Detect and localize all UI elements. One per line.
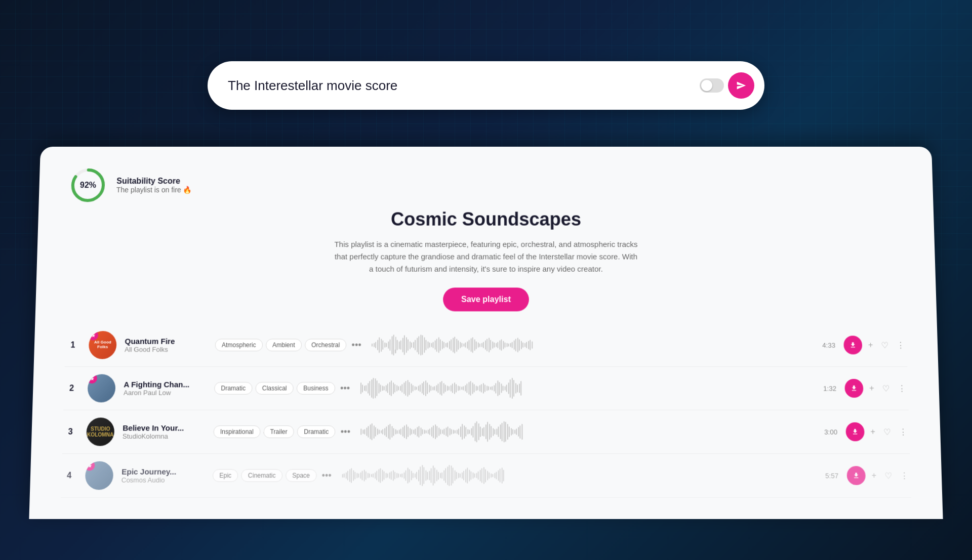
track-artist: Cosmos Audio [122,476,205,484]
playlist-title: Cosmic Soundscapes [170,208,801,230]
track-duration: 5:57 [820,471,838,480]
track-info: Quantum Fire All Good Folks [125,337,207,354]
waveform [360,419,815,445]
score-circle: 92% [69,167,107,203]
search-submit-button[interactable] [728,72,754,99]
score-info: Suitability Score The playlist is on fir… [116,177,192,194]
track-duration: 4:33 [817,341,835,349]
download-button[interactable] [846,466,866,485]
add-button[interactable]: + [869,468,878,482]
track-name: Believe In Your... [123,423,205,433]
like-button[interactable]: ♡ [880,381,892,396]
like-button[interactable]: ♡ [882,468,894,483]
track-list: 1 ★ All GoodFolks Quantum Fire All Good … [61,324,911,498]
track-item: 4 ★ Epic Journey... Cosmos Audio Epic Ci… [61,454,911,498]
track-tags: Dramatic Classical Business ••• [214,382,352,395]
track-actions: + ♡ ⋮ [843,336,907,355]
track-number: 1 [65,340,81,350]
more-options-button[interactable]: ⋮ [896,381,908,396]
track-tags: Epic Cinematic Space ••• [213,469,334,482]
download-button[interactable] [843,336,862,355]
score-label: Suitability Score [116,177,192,186]
download-button[interactable] [845,422,865,441]
track-item: 2 ★ A Fighting Chan... Aaron Paul Low Dr… [63,367,909,410]
tag: Atmospheric [215,339,263,352]
track-artist: StudioKolomna [123,433,206,441]
add-button[interactable]: + [866,338,875,352]
main-card: 92% Suitability Score The playlist is on… [29,147,943,519]
star-badge: ★ [87,374,97,384]
more-options-button[interactable]: ⋮ [897,425,909,439]
track-name: Epic Journey... [122,467,205,476]
track-actions: + ♡ ⋮ [844,379,908,398]
search-toggle[interactable] [700,78,724,93]
waveform [342,462,816,489]
waveform-area[interactable]: 4:33 [372,332,836,358]
more-tags-button[interactable]: ••• [338,382,352,395]
track-actions: + ♡ ⋮ [846,466,911,485]
track-tags: Inspirational Trailer Dramatic ••• [213,425,352,438]
more-tags-button[interactable]: ••• [319,469,334,482]
more-options-button[interactable]: ⋮ [898,468,911,483]
track-duration: 1:32 [818,384,836,392]
download-button[interactable] [844,379,864,398]
download-icon [850,384,858,392]
star-badge: ★ [85,461,95,471]
track-item: 1 ★ All GoodFolks Quantum Fire All Good … [65,324,908,367]
track-name: Quantum Fire [125,337,207,346]
track-actions: + ♡ ⋮ [845,422,910,441]
tag: Epic [213,469,238,482]
waveform [360,375,813,402]
tag: Space [286,469,317,482]
track-info: Epic Journey... Cosmos Audio [122,467,205,484]
save-playlist-button[interactable]: Save playlist [443,288,530,312]
track-info: Believe In Your... StudioKolomna [123,423,206,440]
playlist-description: This playlist is a cinematic masterpiece… [333,238,639,275]
add-button[interactable]: + [868,425,877,439]
star-badge: ★ [89,331,99,340]
track-duration: 3:00 [819,428,837,436]
search-input[interactable] [228,78,700,94]
waveform-area[interactable]: 1:32 [360,375,836,402]
search-actions [700,72,754,99]
waveform-area[interactable]: 3:00 [360,419,837,445]
waveform-area[interactable]: 5:57 [342,462,839,489]
score-number: 92% [80,181,97,190]
track-thumbnail: ★ All GoodFolks [89,331,117,359]
thumb-text: STUDIOKOLOMNA [87,426,114,438]
track-artist: Aaron Paul Low [124,389,206,397]
track-number: 4 [61,471,77,481]
tag: Business [297,382,335,395]
tag: Ambient [266,339,302,352]
tag: Inspirational [213,425,260,438]
track-thumbnail: ★ [85,461,114,490]
score-section: 92% Suitability Score The playlist is on… [69,167,903,203]
tag: Orchestral [305,339,347,352]
more-tags-button[interactable]: ••• [339,425,353,438]
more-tags-button[interactable]: ••• [349,339,363,352]
track-thumbnail: ★ [87,374,115,403]
download-icon [853,472,860,480]
download-icon [849,341,857,349]
search-bar [208,61,764,110]
playlist-header: Cosmic Soundscapes This playlist is a ci… [66,208,906,311]
track-number: 2 [64,383,79,393]
track-tags: Atmospheric Ambient Orchestral ••• [215,339,363,352]
score-subtitle: The playlist is on fire 🔥 [116,186,192,194]
track-thumbnail: STUDIOKOLOMNA [86,418,115,446]
track-artist: All Good Folks [125,346,207,353]
tag: Dramatic [297,425,336,438]
waveform [372,332,813,358]
tag: Cinematic [241,469,282,482]
more-options-button[interactable]: ⋮ [895,338,907,352]
tag: Dramatic [214,382,253,395]
tag: Trailer [263,425,294,438]
download-icon [851,428,859,436]
add-button[interactable]: + [867,381,876,395]
like-button[interactable]: ♡ [881,425,893,439]
thumb-text: All GoodFolks [94,340,111,350]
track-info: A Fighting Chan... Aaron Paul Low [124,380,206,397]
tag: Classical [255,382,294,395]
track-name: A Fighting Chan... [124,380,206,389]
like-button[interactable]: ♡ [879,338,890,352]
